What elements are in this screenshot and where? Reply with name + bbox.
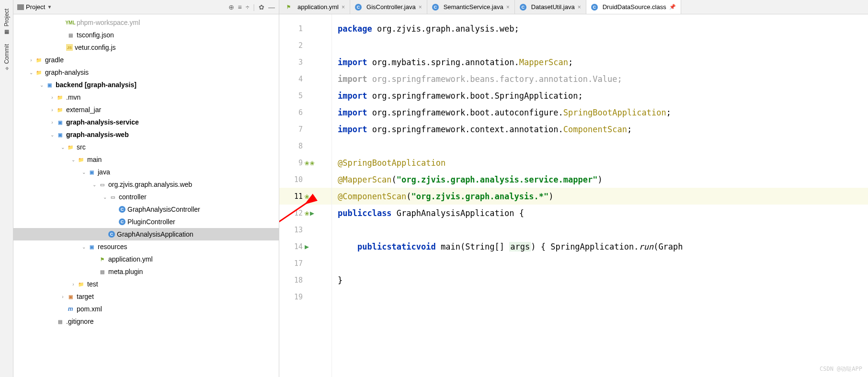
tree-item-graphanalysisapplication[interactable]: ·CGraphAnalysisApplication: [13, 228, 279, 240]
code-line[interactable]: import org.mybatis.spring.annotation.Map…: [332, 54, 868, 70]
hide-icon[interactable]: —: [268, 3, 275, 11]
code-editor[interactable]: package org.zjvis.graph.analysis.web;imp…: [332, 14, 868, 377]
tree-item-controller[interactable]: ⌄▭controller: [13, 191, 279, 203]
chevron-right-icon[interactable]: ›: [49, 107, 56, 113]
code-line[interactable]: [332, 288, 868, 305]
code-line[interactable]: public static void main(String[] args) {…: [332, 238, 868, 255]
collapse-icon[interactable]: ÷: [246, 3, 250, 11]
chevron-right-icon[interactable]: ›: [70, 282, 77, 287]
run-icon[interactable]: ▶: [305, 242, 309, 251]
code-line[interactable]: import org.springframework.context.annot…: [332, 121, 868, 137]
spring-icon[interactable]: ❀: [305, 209, 309, 217]
gutter-line[interactable]: 19: [279, 288, 331, 305]
tree-item--mvn[interactable]: ›📁.mvn: [13, 91, 279, 103]
editor-tab-datasetutil-java[interactable]: CDatasetUtil.java×: [515, 0, 586, 14]
close-icon[interactable]: ×: [506, 4, 510, 11]
tree-item-external-jar[interactable]: ›📁external_jar: [13, 103, 279, 116]
project-tree[interactable]: ·YMLphpm-workspace.yml·▤tsconfig.json·JS…: [13, 14, 279, 377]
settings-icon[interactable]: ✿: [259, 3, 264, 11]
tree-item-graph-analysis[interactable]: ⌄📁graph-analysis: [13, 66, 279, 79]
tree-item-plugincontroller[interactable]: ·CPluginController: [13, 216, 279, 228]
code-line[interactable]: @SpringBootApplication: [332, 154, 868, 171]
tree-item-src[interactable]: ⌄📁src: [13, 141, 279, 153]
code-line[interactable]: [332, 255, 868, 272]
editor-tab-application-yml[interactable]: ⚑application.yml×: [279, 0, 350, 14]
gutter-line[interactable]: 4: [279, 70, 331, 87]
pin-icon[interactable]: 📌: [669, 4, 676, 10]
gutter-line[interactable]: 12❀▶: [279, 205, 331, 221]
chevron-down-icon[interactable]: ⌄: [91, 182, 98, 187]
locate-icon[interactable]: ⊕: [228, 3, 234, 11]
tree-item-pom-xml[interactable]: ·mpom.xml: [13, 303, 279, 315]
gutter-line[interactable]: 9❀❀: [279, 154, 331, 171]
code-line[interactable]: @MapperScan("org.zjvis.graph.analysis.se…: [332, 171, 868, 188]
project-view-selector[interactable]: Project ▼: [17, 3, 226, 11]
code-line[interactable]: import org.springframework.boot.autoconf…: [332, 104, 868, 121]
gutter-line[interactable]: 17: [279, 255, 331, 272]
chevron-down-icon[interactable]: ⌄: [59, 145, 66, 150]
gutter-line[interactable]: 3: [279, 54, 331, 70]
code-line[interactable]: [332, 137, 868, 154]
code-line[interactable]: @ComponentScan("org.zjvis.graph.analysis…: [332, 188, 868, 205]
gutter-line[interactable]: 13: [279, 221, 331, 238]
tree-item-graph-analysis-web[interactable]: ⌄▣graph-analysis-web: [13, 128, 279, 141]
chevron-down-icon[interactable]: ⌄: [102, 194, 108, 200]
expand-icon[interactable]: ≡: [238, 3, 242, 11]
tree-item-meta-plugin[interactable]: ·▤meta.plugin: [13, 265, 279, 278]
chevron-down-icon[interactable]: ⌄: [49, 132, 56, 137]
gutter-line[interactable]: 10: [279, 171, 331, 188]
chevron-right-icon[interactable]: ›: [28, 57, 34, 63]
tree-item-resources[interactable]: ⌄▣resources: [13, 240, 279, 253]
gutter-line[interactable]: 5: [279, 87, 331, 104]
spring-icon[interactable]: ❀: [305, 192, 309, 201]
tree-item-main[interactable]: ⌄📁main: [13, 153, 279, 166]
tree-item-test[interactable]: ›📁test: [13, 278, 279, 290]
spring-icon[interactable]: ❀: [310, 159, 314, 167]
tree-item-phpm-workspace-yml[interactable]: ·YMLphpm-workspace.yml: [13, 16, 279, 29]
editor-tab-semanticservice-java[interactable]: CSemanticService.java×: [427, 0, 515, 14]
gutter-line[interactable]: 14▶: [279, 238, 331, 255]
editor-tab-giscontroller-java[interactable]: CGisController.java×: [350, 0, 427, 14]
code-line[interactable]: import org.springframework.boot.SpringAp…: [332, 87, 868, 104]
gutter-line[interactable]: 8: [279, 137, 331, 154]
code-line[interactable]: }: [332, 272, 868, 288]
chevron-right-icon[interactable]: ›: [49, 120, 56, 125]
code-line[interactable]: import org.springframework.beans.factory…: [332, 70, 868, 87]
code-line[interactable]: [332, 221, 868, 238]
gutter-line[interactable]: 2: [279, 37, 331, 54]
tree-item-vetur-config-js[interactable]: ·JSvetur.config.js: [13, 41, 279, 54]
tree-item--gitignore[interactable]: ·▤.gitignore: [13, 315, 279, 328]
tree-item-backend[interactable]: ⌄▣backend [graph-analysis]: [13, 79, 279, 91]
close-icon[interactable]: ×: [578, 4, 581, 11]
editor-tab-druiddatasource-class[interactable]: CDruidDataSource.class📌: [586, 0, 681, 14]
code-line[interactable]: public class GraphAnalysisApplication {: [332, 205, 868, 221]
gutter-line[interactable]: 1: [279, 20, 331, 37]
gutter-line[interactable]: 7: [279, 121, 331, 137]
chevron-down-icon[interactable]: ⌄: [80, 244, 87, 250]
close-icon[interactable]: ×: [419, 4, 422, 11]
tree-item-gradle[interactable]: ›📁gradle: [13, 54, 279, 66]
tree-item-org-zjvis-graph-analysis-web[interactable]: ⌄▭org.zjvis.graph.analysis.web: [13, 178, 279, 191]
chevron-down-icon[interactable]: ⌄: [80, 170, 87, 175]
gutter-line[interactable]: 11❀: [279, 188, 331, 205]
commit-tool-tab[interactable]: ⎆ Commit: [1, 39, 12, 76]
project-tool-tab[interactable]: ▦ Project: [1, 4, 12, 39]
tree-item-graph-analysis-service[interactable]: ›▣graph-analysis-service: [13, 116, 279, 128]
code-line[interactable]: package org.zjvis.graph.analysis.web;: [332, 20, 868, 37]
code-line[interactable]: [332, 37, 868, 54]
tree-item-target[interactable]: ›▣target: [13, 290, 279, 303]
run-icon[interactable]: ▶: [310, 209, 314, 217]
spring-icon[interactable]: ❀: [305, 159, 309, 167]
close-icon[interactable]: ×: [342, 4, 345, 11]
chevron-down-icon[interactable]: ⌄: [28, 70, 34, 75]
chevron-right-icon[interactable]: ›: [49, 95, 56, 100]
gutter-line[interactable]: 6: [279, 104, 331, 121]
chevron-down-icon[interactable]: ⌄: [38, 82, 45, 88]
chevron-right-icon[interactable]: ›: [59, 294, 66, 299]
tree-item-application-yml[interactable]: ·⚑application.yml: [13, 253, 279, 265]
tree-item-graphanalysiscontroller[interactable]: ·CGraphAnalysisController: [13, 203, 279, 216]
gutter-line[interactable]: 18: [279, 272, 331, 288]
chevron-down-icon[interactable]: ⌄: [70, 157, 77, 162]
tree-item-tsconfig-json[interactable]: ·▤tsconfig.json: [13, 29, 279, 41]
tree-item-java[interactable]: ⌄▣java: [13, 166, 279, 178]
